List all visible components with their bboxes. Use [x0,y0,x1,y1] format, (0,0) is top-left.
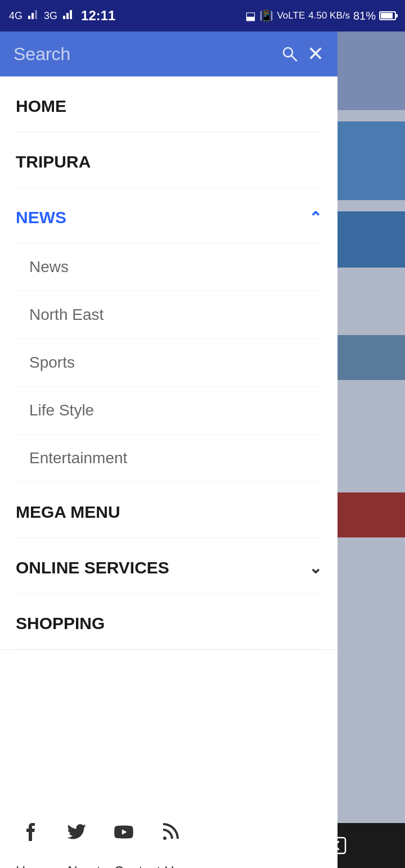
background-panel [338,31,405,868]
menu-tripura-label: TRIPURA [16,152,91,171]
close-search-button[interactable]: ✕ [307,42,324,66]
svg-rect-2 [35,10,37,19]
facebook-icon[interactable] [16,819,43,846]
battery-icon [379,11,396,20]
svg-rect-4 [66,13,69,19]
footer-link-home[interactable]: Home [16,864,52,868]
status-bar: 4G 3G 12:11 ⬓ 📳 VoLTE 4.50 KB/s 81% [0,0,405,31]
chevron-down-icon: ⌄ [309,559,322,577]
footer-link-about[interactable]: About [65,864,101,868]
menu-item-megamenu[interactable]: MEGA MENU [16,482,322,538]
speed-display: 4.50 KB/s [308,10,350,21]
menu-item-tripura[interactable]: TRIPURA [16,132,322,188]
youtube-icon[interactable] [110,819,137,846]
svg-rect-1 [32,13,34,19]
menu-sub-northeast[interactable]: North East [16,291,322,339]
menu-sub-news-label: News [29,258,69,275]
menu-section: HOME TRIPURA NEWS ⌃ News North East Spor… [0,76,338,649]
menu-sub-sports-label: Sports [29,354,75,371]
signal-bars-2 [62,8,74,24]
battery-percent: 81% [353,10,376,22]
twitter-icon[interactable] [63,819,90,846]
menu-sub-entertainment[interactable]: Entertainment [16,435,322,482]
network-4g: 4G [9,10,22,22]
social-icons [16,819,322,846]
svg-rect-5 [70,10,72,19]
rss-icon[interactable] [158,819,184,846]
menu-item-news[interactable]: NEWS ⌃ [16,188,322,243]
menu-sub-sports[interactable]: Sports [16,339,322,387]
menu-sub-entertainment-label: Entertainment [29,449,127,467]
svg-point-8 [163,837,166,840]
menu-sub-northeast-label: North East [29,306,104,323]
menu-item-home[interactable]: HOME [16,76,322,132]
time-display: 12:11 [81,8,115,24]
close-icon: ✕ [307,42,324,66]
menu-megamenu-label: MEGA MENU [16,503,120,522]
menu-sub-lifestyle-label: Life Style [29,401,94,419]
chevron-up-icon: ⌃ [309,209,322,227]
footer-link-contact[interactable]: Contact Us [114,864,181,868]
search-button[interactable] [281,46,298,62]
search-bar: ✕ [0,31,338,76]
volte-icon: VoLTE [277,10,305,21]
svg-line-7 [291,56,296,61]
bluetooth-icon: ⬓ [245,9,256,22]
menu-item-shopping[interactable]: SHOPPING [16,594,322,649]
menu-sub-news[interactable]: News [16,243,322,291]
menu-online-services-label: ONLINE SERVICES [16,558,169,577]
side-menu: ✕ HOME TRIPURA NEWS ⌃ News North E [0,31,338,868]
status-left: 4G 3G 12:11 [9,8,115,24]
svg-rect-0 [28,16,30,19]
vibrate-icon: 📳 [259,9,273,22]
footer-links: Home About Contact Us Privacy Policy Dis… [16,864,322,868]
svg-rect-3 [63,16,65,19]
menu-news-label: NEWS [16,208,66,227]
menu-item-online-services[interactable]: ONLINE SERVICES ⌄ [16,538,322,594]
menu-footer: Home About Contact Us Privacy Policy Dis… [0,649,338,868]
network-3g: 3G [44,10,57,22]
status-right: ⬓ 📳 VoLTE 4.50 KB/s 81% [245,9,396,22]
menu-sub-lifestyle[interactable]: Life Style [16,387,322,435]
menu-shopping-label: SHOPPING [16,614,105,633]
signal-bars-1 [27,8,39,24]
menu-home-label: HOME [16,97,66,116]
search-input[interactable] [14,44,272,65]
